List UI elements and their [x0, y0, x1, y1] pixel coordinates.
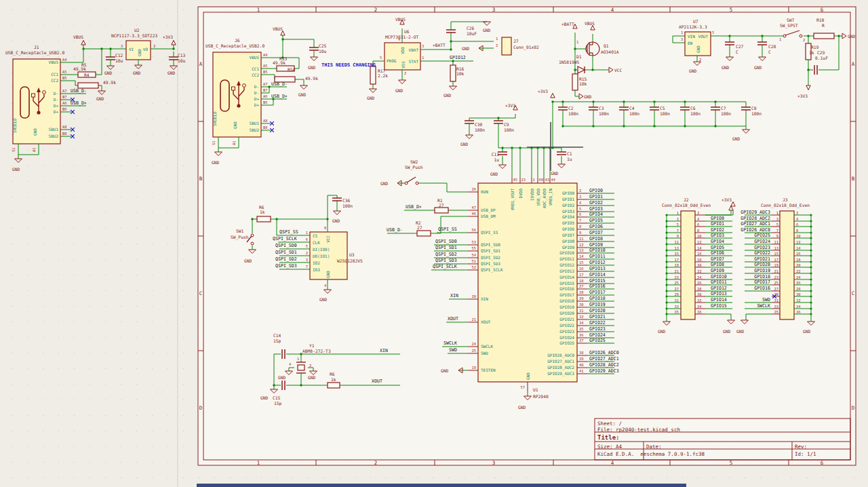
component-ref[interactable]: C4 — [629, 106, 635, 111]
net-label[interactable]: GPIO17 — [589, 290, 606, 295]
component-ref[interactable]: C29 — [817, 50, 825, 55]
net-label[interactable]: GPIO17 — [754, 279, 770, 285]
component-ref[interactable]: C27 — [736, 44, 744, 49]
net-label[interactable]: GPIO21 — [589, 314, 606, 319]
net-label[interactable]: QSPI_SD2 — [275, 256, 297, 262]
component-ref[interactable]: 0.1uF — [815, 56, 828, 60]
component-ref[interactable]: C6 — [690, 106, 696, 111]
power-label[interactable]: GND — [723, 329, 730, 334]
pin-name[interactable]: GND — [137, 49, 142, 56]
pin-name[interactable]: IO2 — [313, 260, 320, 265]
component-ref[interactable]: R18 — [816, 18, 825, 22]
pin-name[interactable]: SHIELD — [212, 111, 217, 126]
net-label[interactable]: GPIO29_ADC3 — [741, 210, 770, 215]
component-value[interactable]: Conn_02x18_Odd_Even — [662, 203, 711, 208]
component-ref[interactable]: C13 — [178, 53, 186, 58]
net-label[interactable]: USB_D+ — [406, 204, 422, 210]
net-label[interactable]: GPIO24 — [589, 332, 606, 338]
component-ref[interactable]: AO3401A — [601, 50, 619, 54]
power-label[interactable]: GND — [167, 71, 175, 75]
component-body-j2[interactable] — [681, 211, 695, 319]
pin-name[interactable]: GND — [33, 128, 37, 136]
net-label[interactable]: SWD — [449, 347, 457, 353]
component-ref[interactable]: J1 — [34, 45, 39, 50]
resistor-symbol[interactable] — [328, 383, 340, 388]
pin-name[interactable]: CC1 — [51, 72, 58, 77]
pin-name[interactable]: DO(IO1) — [313, 254, 330, 258]
component-ref[interactable]: 100n — [721, 111, 731, 116]
component-ref[interactable]: D1 — [576, 54, 582, 59]
component-ref[interactable]: R6 — [259, 205, 264, 210]
pin-name[interactable]: D+ — [254, 96, 260, 101]
component-ref[interactable]: 100n — [690, 111, 701, 116]
component-ref[interactable]: 49.9k — [73, 66, 86, 71]
power-label[interactable]: GND — [722, 65, 729, 70]
component-ref[interactable]: U6 — [404, 29, 410, 34]
net-label[interactable]: USB_D+ — [271, 94, 288, 99]
net-label[interactable]: GPIO22 — [754, 250, 770, 256]
power-label[interactable]: GND — [395, 88, 403, 93]
power-label[interactable]: GND — [367, 96, 374, 100]
net-label[interactable]: GPIO15 — [711, 303, 727, 309]
gnd-symbol[interactable] — [135, 65, 142, 69]
power-label[interactable]: GND — [518, 405, 526, 410]
power-label[interactable]: GND — [12, 167, 20, 172]
resistor-symbol[interactable] — [78, 83, 98, 88]
net-label[interactable]: GPIO9 — [711, 268, 724, 273]
component-ref[interactable]: SW_Push — [405, 165, 423, 170]
power-label[interactable]: GND — [803, 329, 810, 334]
component-ref[interactable]: C25 — [319, 43, 327, 48]
pin-name[interactable]: D- — [54, 97, 58, 102]
net-label[interactable]: GPIO2 — [711, 227, 724, 233]
net-label[interactable]: GPIO12 — [589, 260, 606, 265]
power-label[interactable]: GND — [133, 71, 140, 75]
pin-name[interactable]: VBUS — [49, 60, 59, 64]
pin-name[interactable]: GND — [233, 121, 237, 129]
net-label[interactable]: XOUT — [372, 378, 382, 384]
net-label[interactable]: QSPI_SS — [438, 227, 457, 232]
net-label[interactable]: QSPI_SD3 — [275, 263, 297, 269]
pin-name[interactable]: D+ — [254, 102, 260, 107]
component-ref[interactable]: 10u — [319, 49, 327, 54]
net-label[interactable]: GPIO12 — [711, 286, 727, 291]
pin-name[interactable]: SBU2 — [49, 134, 59, 138]
component-ref[interactable]: 100n — [568, 111, 578, 116]
component-ref[interactable]: USB_C_Receptacle_USB2.0 — [5, 50, 64, 56]
component-ref[interactable]: C36 — [342, 198, 351, 203]
power-label[interactable]: VCC — [614, 68, 622, 73]
pin-name[interactable]: SHIELD — [12, 118, 17, 133]
component-ref[interactable]: SW_Push — [231, 235, 249, 240]
component-ref[interactable]: J6 — [235, 38, 240, 43]
component-ref[interactable]: Q1 — [604, 43, 609, 48]
net-label[interactable]: GPIO3 — [711, 233, 724, 238]
power-label[interactable]: GND — [212, 160, 219, 165]
component-ref[interactable]: MCP73831-2-OT — [385, 35, 418, 39]
component-ref[interactable]: 1N5819WS — [559, 60, 580, 64]
component-ref[interactable]: Conn_01x02 — [513, 45, 539, 50]
component-ref[interactable]: C2 — [568, 106, 574, 111]
component-ref[interactable]: 1k — [260, 210, 265, 214]
pin-name[interactable]: D+ — [54, 109, 59, 114]
component-ref[interactable]: 100n — [629, 111, 639, 116]
resistor-symbol[interactable] — [450, 65, 456, 81]
net-label[interactable]: GPIO14 — [589, 272, 606, 277]
component-ref[interactable]: 10u — [178, 58, 186, 63]
net-label[interactable]: GPIO8 — [589, 236, 603, 241]
net-label[interactable]: QSPI_SS — [279, 229, 298, 235]
net-label[interactable]: GPIO1 — [711, 221, 724, 227]
net-label[interactable]: GPIO27_ADC1 — [741, 221, 770, 227]
component-ref[interactable]: SW7 — [787, 18, 795, 22]
component-ref[interactable]: R — [822, 23, 825, 28]
component-ref[interactable]: C14 — [273, 333, 281, 338]
power-label[interactable]: +3V3 — [722, 197, 732, 202]
component-ref[interactable]: C28 — [768, 44, 776, 49]
net-label[interactable]: GPIO10 — [589, 248, 606, 253]
net-label[interactable]: GPIO5 — [711, 245, 724, 250]
net-label[interactable]: GPIO18 — [589, 296, 606, 301]
component-ref[interactable]: U3 — [349, 252, 355, 257]
pin-name[interactable]: D- — [254, 84, 259, 89]
power-label[interactable]: GND — [244, 258, 252, 263]
power-label[interactable]: GND — [848, 34, 855, 39]
pin-name[interactable]: CLK — [313, 240, 320, 245]
net-label[interactable]: QSPI_SD3 — [435, 258, 457, 263]
